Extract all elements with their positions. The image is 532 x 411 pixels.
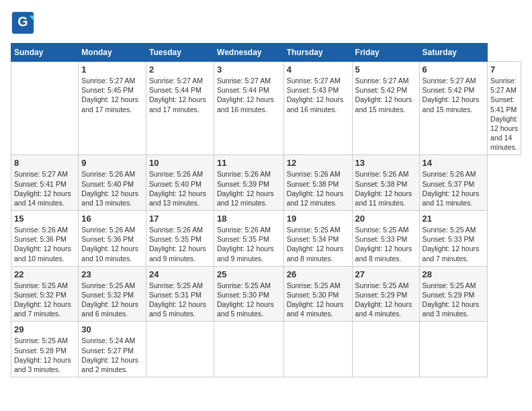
- day-info: Sunrise: 5:25 AMSunset: 5:29 PMDaylight:…: [423, 281, 485, 319]
- day-info: Sunrise: 5:27 AMSunset: 5:44 PMDaylight:…: [217, 76, 281, 114]
- day-number: 8: [14, 158, 75, 168]
- calendar-cell: 11 Sunrise: 5:26 AMSunset: 5:39 PMDaylig…: [214, 155, 284, 211]
- day-info: Sunrise: 5:27 AMSunset: 5:43 PMDaylight:…: [287, 76, 349, 114]
- calendar-table: SundayMondayTuesdayWednesdayThursdayFrid…: [11, 43, 521, 377]
- day-number: 6: [423, 64, 485, 75]
- day-info: Sunrise: 5:27 AMSunset: 5:44 PMDaylight:…: [149, 76, 211, 114]
- day-info: Sunrise: 5:26 AMSunset: 5:37 PMDaylight:…: [423, 169, 485, 208]
- day-number: 16: [81, 214, 143, 224]
- calendar-cell: [352, 322, 419, 377]
- calendar-cell: 9 Sunrise: 5:26 AMSunset: 5:40 PMDayligh…: [79, 155, 146, 211]
- calendar-cell: 1 Sunrise: 5:27 AMSunset: 5:45 PMDayligh…: [79, 62, 146, 155]
- day-info: Sunrise: 5:27 AMSunset: 5:42 PMDaylight:…: [355, 76, 416, 114]
- week-row-3: 15 Sunrise: 5:26 AMSunset: 5:36 PMDaylig…: [11, 211, 521, 267]
- day-number: 9: [81, 158, 143, 168]
- day-number: 23: [81, 269, 143, 279]
- day-number: 27: [355, 269, 416, 279]
- day-number: 14: [423, 158, 485, 168]
- day-number: 19: [287, 214, 349, 224]
- day-number: 2: [149, 64, 211, 75]
- day-number: 10: [149, 158, 211, 168]
- day-info: Sunrise: 5:26 AMSunset: 5:35 PMDaylight:…: [149, 225, 211, 263]
- week-row-1: 1 Sunrise: 5:27 AMSunset: 5:45 PMDayligh…: [11, 62, 521, 155]
- day-number: 3: [217, 64, 281, 75]
- day-info: Sunrise: 5:25 AMSunset: 5:32 PMDaylight:…: [81, 281, 143, 319]
- calendar-cell: 30 Sunrise: 5:24 AMSunset: 5:27 PMDaylig…: [79, 322, 146, 377]
- week-row-4: 22 Sunrise: 5:25 AMSunset: 5:32 PMDaylig…: [11, 266, 521, 322]
- day-number: 13: [355, 158, 416, 168]
- day-number: 17: [149, 214, 211, 224]
- calendar-cell: 25 Sunrise: 5:25 AMSunset: 5:30 PMDaylig…: [214, 266, 284, 322]
- calendar-cell: 29 Sunrise: 5:25 AMSunset: 5:28 PMDaylig…: [11, 322, 79, 377]
- calendar-cell: 19 Sunrise: 5:25 AMSunset: 5:34 PMDaylig…: [283, 211, 352, 267]
- calendar-cell: 12 Sunrise: 5:26 AMSunset: 5:38 PMDaylig…: [283, 155, 352, 211]
- day-info: Sunrise: 5:25 AMSunset: 5:34 PMDaylight:…: [287, 225, 349, 263]
- logo: G: [11, 11, 39, 35]
- day-info: Sunrise: 5:25 AMSunset: 5:33 PMDaylight:…: [423, 225, 485, 263]
- day-number: 15: [14, 214, 75, 224]
- page-header: G: [11, 11, 521, 35]
- day-info: Sunrise: 5:26 AMSunset: 5:36 PMDaylight:…: [14, 225, 75, 263]
- calendar-cell: 17 Sunrise: 5:26 AMSunset: 5:35 PMDaylig…: [146, 211, 214, 267]
- col-header-saturday: Saturday: [419, 44, 488, 62]
- calendar-cell: [283, 322, 352, 377]
- calendar-cell: 22 Sunrise: 5:25 AMSunset: 5:32 PMDaylig…: [11, 266, 79, 322]
- day-info: Sunrise: 5:26 AMSunset: 5:39 PMDaylight:…: [217, 169, 281, 208]
- day-info: Sunrise: 5:26 AMSunset: 5:36 PMDaylight:…: [81, 225, 143, 263]
- calendar-cell: [146, 322, 214, 377]
- calendar-cell: 15 Sunrise: 5:26 AMSunset: 5:36 PMDaylig…: [11, 211, 79, 267]
- day-number: 21: [423, 214, 485, 224]
- day-info: Sunrise: 5:26 AMSunset: 5:38 PMDaylight:…: [287, 169, 349, 208]
- calendar-cell: 20 Sunrise: 5:25 AMSunset: 5:33 PMDaylig…: [352, 211, 419, 267]
- day-number: 11: [217, 158, 281, 168]
- day-info: Sunrise: 5:25 AMSunset: 5:30 PMDaylight:…: [217, 281, 281, 319]
- day-info: Sunrise: 5:27 AMSunset: 5:41 PMDaylight:…: [490, 76, 518, 152]
- calendar-cell: 18 Sunrise: 5:26 AMSunset: 5:35 PMDaylig…: [214, 211, 284, 267]
- day-number: 22: [14, 269, 75, 279]
- calendar-cell: 8 Sunrise: 5:27 AMSunset: 5:41 PMDayligh…: [11, 155, 79, 211]
- day-number: 1: [81, 64, 143, 75]
- logo-icon: G: [11, 11, 35, 35]
- svg-text:G: G: [17, 14, 28, 29]
- day-number: 12: [287, 158, 349, 168]
- col-header-wednesday: Wednesday: [214, 44, 284, 62]
- calendar-cell: 23 Sunrise: 5:25 AMSunset: 5:32 PMDaylig…: [79, 266, 146, 322]
- calendar-cell: 24 Sunrise: 5:25 AMSunset: 5:31 PMDaylig…: [146, 266, 214, 322]
- calendar-cell: 27 Sunrise: 5:25 AMSunset: 5:29 PMDaylig…: [352, 266, 419, 322]
- day-info: Sunrise: 5:25 AMSunset: 5:31 PMDaylight:…: [149, 281, 211, 319]
- calendar-cell: 6 Sunrise: 5:27 AMSunset: 5:42 PMDayligh…: [419, 62, 488, 155]
- day-info: Sunrise: 5:25 AMSunset: 5:32 PMDaylight:…: [14, 281, 75, 319]
- day-info: Sunrise: 5:25 AMSunset: 5:28 PMDaylight:…: [14, 336, 75, 374]
- calendar-cell: 13 Sunrise: 5:26 AMSunset: 5:38 PMDaylig…: [352, 155, 419, 211]
- day-info: Sunrise: 5:25 AMSunset: 5:30 PMDaylight:…: [287, 281, 349, 319]
- day-info: Sunrise: 5:27 AMSunset: 5:42 PMDaylight:…: [423, 76, 485, 114]
- calendar-cell: 16 Sunrise: 5:26 AMSunset: 5:36 PMDaylig…: [79, 211, 146, 267]
- col-header-monday: Monday: [79, 44, 146, 62]
- calendar-cell: [419, 322, 488, 377]
- day-info: Sunrise: 5:24 AMSunset: 5:27 PMDaylight:…: [81, 336, 143, 374]
- day-info: Sunrise: 5:26 AMSunset: 5:40 PMDaylight:…: [149, 169, 211, 208]
- day-number: 7: [490, 64, 518, 75]
- calendar-cell: [214, 322, 284, 377]
- day-number: 30: [81, 324, 143, 334]
- week-row-5: 29 Sunrise: 5:25 AMSunset: 5:28 PMDaylig…: [11, 322, 521, 377]
- day-info: Sunrise: 5:26 AMSunset: 5:35 PMDaylight:…: [217, 225, 281, 263]
- day-info: Sunrise: 5:27 AMSunset: 5:41 PMDaylight:…: [14, 169, 75, 208]
- col-header-tuesday: Tuesday: [146, 44, 214, 62]
- day-info: Sunrise: 5:25 AMSunset: 5:33 PMDaylight:…: [355, 225, 416, 263]
- day-number: 29: [14, 324, 75, 334]
- calendar-cell: 10 Sunrise: 5:26 AMSunset: 5:40 PMDaylig…: [146, 155, 214, 211]
- col-header-sunday: Sunday: [11, 44, 79, 62]
- day-number: 25: [217, 269, 281, 279]
- day-number: 4: [287, 64, 349, 75]
- calendar-cell: 5 Sunrise: 5:27 AMSunset: 5:42 PMDayligh…: [352, 62, 419, 155]
- day-number: 28: [423, 269, 485, 279]
- day-number: 18: [217, 214, 281, 224]
- calendar-cell: 14 Sunrise: 5:26 AMSunset: 5:37 PMDaylig…: [419, 155, 488, 211]
- day-info: Sunrise: 5:26 AMSunset: 5:38 PMDaylight:…: [355, 169, 416, 208]
- calendar-cell: 3 Sunrise: 5:27 AMSunset: 5:44 PMDayligh…: [214, 62, 284, 155]
- day-number: 5: [355, 64, 416, 75]
- day-number: 20: [355, 214, 416, 224]
- calendar-cell: 28 Sunrise: 5:25 AMSunset: 5:29 PMDaylig…: [419, 266, 488, 322]
- col-header-friday: Friday: [352, 44, 419, 62]
